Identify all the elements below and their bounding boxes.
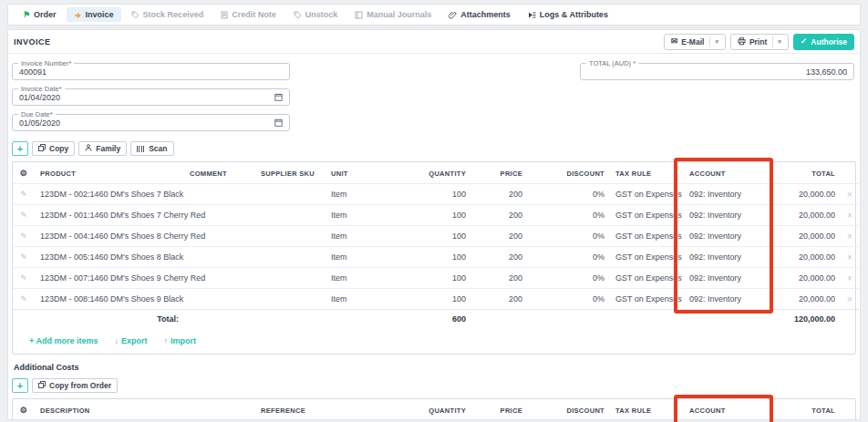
- additional-costs-header-row: ⚙ DESCRIPTION REFERENCE QUANTITY PRICE D…: [13, 399, 859, 420]
- tab-invoice[interactable]: Invoice: [67, 7, 121, 22]
- col-header-tax-rule2: TAX RULE: [610, 399, 684, 420]
- col-header-total: TOTAL: [781, 162, 841, 184]
- tab-attachments[interactable]: Attachments: [441, 7, 518, 22]
- cell-comment: [184, 247, 255, 268]
- edit-row-icon[interactable]: ✎: [20, 273, 27, 283]
- remove-row-icon[interactable]: ×: [847, 190, 852, 200]
- cell-unit: Item: [326, 226, 403, 247]
- invoice-date-calendar-icon[interactable]: [274, 93, 283, 101]
- table-row: ✎123DM - 004:1460 DM's Shoes 8 Cherry Re…: [13, 226, 859, 247]
- invoice-panel: INVOICE ✉ E-Mail ▾ Print ▾ ✓ Authorise: [7, 29, 861, 420]
- due-date-field[interactable]: Due Date* 01/05/2020: [12, 114, 290, 131]
- cell-unit: Item: [326, 184, 403, 205]
- family-button[interactable]: Family: [78, 141, 127, 156]
- cell-product: 123DM - 001:1460 DM's Shoes 7 Cherry Red: [35, 205, 184, 226]
- tab-stock-received[interactable]: Stock Received: [124, 7, 212, 22]
- tab-credit-note-label: Credit Note: [232, 10, 276, 19]
- barcode-icon: [137, 146, 145, 152]
- invoice-total-row: Total: 600 120,000.00: [13, 310, 859, 330]
- cell-comment: [184, 289, 255, 310]
- cell-quantity: 100: [403, 226, 471, 247]
- col-header-supplier-sku: SUPPLIER SKU: [255, 162, 326, 184]
- invoice-date-value: 01/04/2020: [19, 93, 274, 102]
- col-header-unit: UNIT: [326, 162, 403, 184]
- col-header-reference: REFERENCE: [255, 399, 403, 420]
- print-button-label: Print: [749, 37, 767, 46]
- invoice-date-field[interactable]: Invoice Date* 01/04/2020: [12, 88, 290, 106]
- add-cost-line-button[interactable]: +: [12, 378, 28, 393]
- authorise-button-label: Authorise: [811, 37, 847, 46]
- cell-product: 123DM - 005:1460 DM's Shoes 8 Black: [35, 247, 184, 268]
- import-link[interactable]: ↑Import: [163, 336, 196, 345]
- tab-logs-attributes-label: Logs & Attributes: [540, 10, 608, 19]
- remove-row-icon[interactable]: ×: [847, 211, 852, 221]
- add-line-button[interactable]: +: [12, 141, 28, 156]
- cell-unit: Item: [326, 205, 403, 226]
- tab-order[interactable]: ⚑ Order: [16, 7, 64, 22]
- copy-button-label: Copy: [49, 144, 68, 153]
- col-header-quantity: QUANTITY: [403, 162, 471, 184]
- cell-price: 200: [471, 268, 528, 289]
- table-settings-gear-icon[interactable]: ⚙: [20, 169, 27, 178]
- remove-row-icon[interactable]: ×: [847, 252, 852, 262]
- due-date-value: 01/05/2020: [19, 118, 274, 128]
- printer-icon: [738, 37, 746, 46]
- edit-row-icon[interactable]: ✎: [20, 252, 27, 262]
- cell-account: 092: Inventory: [684, 205, 781, 226]
- edit-row-icon[interactable]: ✎: [20, 211, 27, 220]
- remove-row-icon[interactable]: ×: [847, 232, 852, 242]
- cell-tax_rule: GST on Expenses: [610, 226, 684, 247]
- cell-unit: Item: [326, 289, 403, 310]
- tab-manual-journals-label: Manual Journals: [367, 10, 431, 19]
- tab-order-label: Order: [34, 10, 57, 19]
- logs-attributes-icon: [528, 11, 536, 19]
- total-aud-field[interactable]: TOTAL (AUD) * 133,650.00: [580, 63, 854, 80]
- tab-unstock[interactable]: Unstock: [286, 7, 346, 22]
- copy-button[interactable]: Copy: [32, 141, 75, 156]
- due-date-calendar-icon[interactable]: [274, 118, 283, 127]
- col-header-account2: ACCOUNT: [684, 399, 781, 420]
- email-dropdown-caret-icon[interactable]: ▾: [709, 36, 718, 47]
- due-date-label: Due Date*: [18, 110, 56, 118]
- table-row: ✎123DM - 008:1460 DM's Shoes 9 BlackItem…: [13, 289, 859, 310]
- tab-credit-note[interactable]: Credit Note: [213, 7, 284, 22]
- email-button[interactable]: ✉ E-Mail ▾: [664, 34, 726, 50]
- tab-manual-journals[interactable]: Manual Journals: [347, 7, 439, 22]
- cell-total: 20,000.00: [781, 184, 841, 205]
- scan-button[interactable]: Scan: [130, 141, 173, 156]
- remove-row-icon[interactable]: ×: [847, 273, 852, 283]
- tab-logs-attributes[interactable]: Logs & Attributes: [521, 7, 615, 22]
- cell-unit: Item: [326, 247, 403, 268]
- edit-row-icon[interactable]: ✎: [20, 232, 27, 241]
- cell-supplier_sku: [255, 289, 326, 310]
- cell-product: 123DM - 008:1460 DM's Shoes 9 Black: [35, 289, 184, 310]
- email-button-label: E-Mail: [681, 37, 704, 46]
- remove-row-icon[interactable]: ×: [847, 294, 852, 304]
- total-aud-label: TOTAL (AUD) *: [586, 59, 638, 67]
- export-download-icon: ↓: [114, 336, 119, 345]
- copy-from-order-label: Copy from Order: [49, 381, 111, 390]
- cell-discount: 0%: [528, 226, 610, 247]
- invoice-number-field[interactable]: Invoice Number* 400091: [12, 63, 290, 80]
- cell-account: 092: Inventory: [684, 226, 781, 247]
- cell-supplier_sku: [255, 226, 326, 247]
- cell-account: 092: Inventory: [684, 247, 781, 268]
- edit-row-icon[interactable]: ✎: [20, 190, 27, 199]
- import-upload-icon: ↑: [163, 336, 168, 345]
- cell-tax_rule: GST on Expenses: [610, 247, 684, 268]
- cell-price: 200: [471, 205, 528, 226]
- tab-stock-received-label: Stock Received: [143, 10, 204, 19]
- authorise-button[interactable]: ✓ Authorise: [793, 34, 854, 50]
- invoice-table-body: ✎123DM - 002:1460 DM's Shoes 7 BlackItem…: [13, 184, 859, 310]
- add-more-items-link[interactable]: + Add more items: [29, 336, 98, 345]
- copy-from-order-button[interactable]: Copy from Order: [32, 378, 118, 393]
- total-label: Total:: [13, 310, 184, 330]
- cell-tax_rule: GST on Expenses: [610, 184, 684, 205]
- cell-account: 092: Inventory: [684, 268, 781, 289]
- costs-table-settings-gear-icon[interactable]: ⚙: [20, 406, 27, 415]
- export-link[interactable]: ↓Export: [114, 336, 147, 345]
- print-dropdown-caret-icon[interactable]: ▾: [772, 36, 781, 47]
- edit-row-icon[interactable]: ✎: [20, 294, 27, 304]
- total-quantity: 600: [403, 310, 471, 330]
- print-button[interactable]: Print ▾: [730, 34, 789, 50]
